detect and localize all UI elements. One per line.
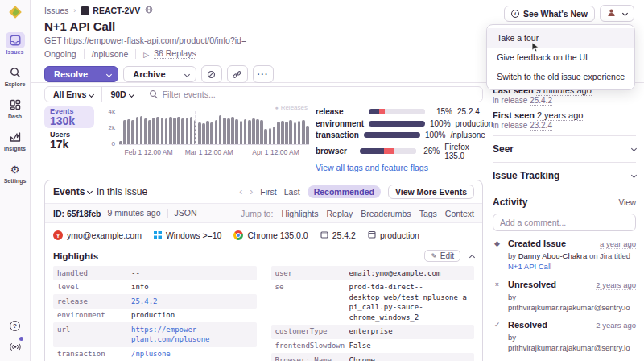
releases-legend[interactable]: Releases (275, 104, 308, 111)
tag-label: release (316, 107, 364, 116)
kv-value-link[interactable]: 25.4.2 (131, 297, 253, 307)
browser-chip[interactable]: Chrome 135.0.0 (233, 230, 308, 240)
last-release-version[interactable]: 25.4.2 (530, 96, 552, 106)
sidebar-item-explore[interactable]: Explore (5, 64, 26, 87)
first-event-button[interactable]: First (260, 187, 276, 197)
tag-label: environment (316, 119, 364, 128)
menu-item-take-a-tour[interactable]: Take a tour (487, 28, 634, 48)
view-more-events-button[interactable]: View More Events (388, 185, 474, 199)
edit-label: Edit (440, 251, 454, 260)
event-time-link[interactable]: 9 minutes ago (108, 208, 161, 218)
recommended-toggle[interactable]: Recommended (308, 185, 381, 198)
activity-item-time[interactable]: a year ago (600, 239, 636, 249)
more-actions-button[interactable] (253, 65, 274, 83)
activity-item-resolved: ✓ Resolved 2 years ago by prithvirajkuma… (493, 320, 636, 354)
prev-event-button[interactable]: ‹ (239, 186, 242, 197)
help-icon[interactable] (10, 321, 20, 331)
issue-tracking-toggle[interactable]: Issue Tracking (493, 168, 636, 183)
menu-item-switch-old-experience[interactable]: Switch to the old issue experience (487, 67, 634, 86)
chrome-icon (233, 230, 243, 240)
chart-bar (223, 118, 226, 144)
issue-tracking-title: Issue Tracking (493, 170, 559, 181)
tag-row-browser[interactable]: browser 26% Firefox 135.0 (316, 143, 483, 160)
jump-tags[interactable]: Tags (419, 209, 437, 218)
kv-value-link[interactable]: /nplusone (131, 349, 253, 359)
mute-button[interactable] (201, 65, 222, 83)
events-section: Events in this issue ‹ › First Last Reco… (44, 180, 483, 361)
chart-bar (294, 122, 297, 144)
next-event-button[interactable]: › (250, 186, 253, 197)
sidebar-item-insights[interactable]: Insights (4, 129, 26, 151)
jump-context[interactable]: Context (445, 209, 474, 218)
kv-key: environment (57, 310, 126, 321)
environment-chip[interactable]: production (368, 230, 419, 240)
breadcrumb-project[interactable]: REACT-2VV (80, 6, 140, 15)
activity-item-time[interactable]: 2 years ago (596, 280, 636, 290)
kv-row: environmentproduction (53, 309, 257, 323)
first-release-version[interactable]: 23.2.4 (530, 121, 552, 131)
kv-value-link[interactable]: https://empower-plant.com/nplusone (131, 325, 253, 345)
chart-bar (206, 121, 209, 144)
chart-bar (215, 120, 218, 144)
sidebar-label: Settings (4, 178, 27, 184)
seer-section-toggle[interactable]: Seer (493, 142, 636, 156)
jump-replay[interactable]: Replay (326, 209, 353, 218)
user-chip[interactable]: Y ymo@example.com (53, 230, 142, 240)
archive-button[interactable]: Archive (123, 66, 196, 82)
chart-bar (256, 119, 259, 144)
sidebar-item-settings[interactable]: ⚙ Settings (4, 161, 27, 184)
tag-row-transaction[interactable]: transaction 100% /nplusone (316, 131, 483, 139)
collapse-highlights-icon[interactable] (467, 251, 474, 260)
kv-key: transaction (57, 349, 126, 359)
resolve-dropdown-chevron-icon[interactable] (97, 67, 118, 81)
menu-item-give-feedback[interactable]: Give feedback on the UI (487, 48, 634, 67)
activity-item-time[interactable]: 2 years ago (596, 321, 636, 330)
view-all-tags-link[interactable]: View all tags and feature flags (316, 163, 483, 172)
event-id: ID: 65f18fcb (53, 209, 101, 218)
jump-highlights[interactable]: Highlights (281, 209, 318, 218)
user-menu-button[interactable] (600, 5, 634, 22)
json-link[interactable]: JSON (175, 208, 197, 218)
sentry-logo-icon[interactable] (8, 5, 23, 23)
broadcast-icon[interactable] (10, 340, 21, 355)
tag-row-release[interactable]: release 15% 25.2.4 (316, 107, 483, 116)
explore-icon (6, 64, 25, 81)
kv-value: prod-tda-direct--desktop_web/test_npluso… (349, 282, 471, 322)
tab-events[interactable]: Events 130k (44, 106, 94, 128)
x-tick: Mar 1 12:00 AM (185, 148, 233, 156)
tag-label: transaction (316, 131, 359, 139)
sidebar-item-dash[interactable]: Dash (6, 97, 25, 119)
activity-item-created: ◆ Created Issue a year ago by Danny Abou… (493, 239, 636, 272)
archive-dropdown-chevron-icon[interactable] (175, 67, 196, 81)
activity-view-link[interactable]: View (619, 198, 637, 207)
activity-title: Activity (493, 197, 527, 208)
tab-users[interactable]: Users 17k (44, 130, 94, 151)
events-bar-chart[interactable]: Releases 4k 2k 0 Feb 1 12:00 AM Mar 1 12… (101, 106, 309, 160)
divider (493, 135, 636, 136)
kv-value: email:ymo@example.com (349, 268, 471, 279)
archive-label: Archive (124, 67, 174, 81)
resolve-button[interactable]: Resolve (44, 66, 118, 82)
last-event-button[interactable]: Last (284, 187, 300, 197)
edit-highlights-button[interactable]: Edit (424, 250, 460, 262)
search-icon (150, 90, 158, 98)
search-input[interactable] (163, 89, 482, 99)
chart-bar (231, 117, 234, 144)
tag-row-environment[interactable]: environment 100% production (316, 119, 483, 128)
transaction-label: /nplusone (92, 49, 129, 59)
sidebar-item-issues[interactable]: Issues (6, 32, 25, 55)
unresolved-x-icon: × (493, 280, 502, 313)
comment-input[interactable] (493, 214, 636, 231)
replays-link[interactable]: 36 Replays (154, 48, 196, 59)
breadcrumb-issues[interactable]: Issues (44, 6, 68, 15)
first-seen-value[interactable]: 2 years ago (537, 110, 583, 121)
events-dropdown[interactable]: Events (53, 186, 92, 197)
chart-bar (161, 118, 164, 144)
jump-breadcrumbs[interactable]: Breadcrumbs (361, 209, 411, 218)
whats-new-button[interactable]: See What's New (504, 6, 595, 22)
os-chip[interactable]: Windows >=10 (154, 230, 221, 240)
jira-issue-link[interactable]: N+1 API Call (508, 262, 551, 271)
tag-percent: 15% (430, 107, 452, 116)
link-button[interactable] (227, 65, 248, 83)
release-chip[interactable]: 25.4.2 (320, 230, 356, 240)
